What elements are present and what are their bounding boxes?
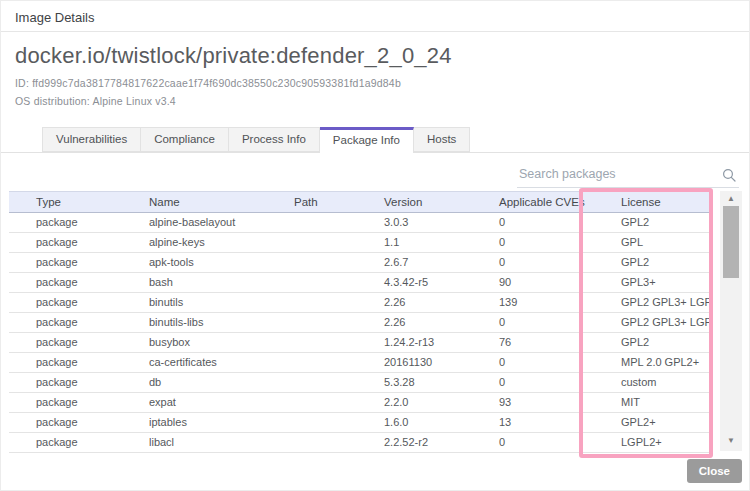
cell-name: libacl bbox=[141, 433, 286, 452]
cell-license: custom bbox=[613, 373, 713, 392]
cell-license: GPL bbox=[613, 233, 713, 252]
table-row[interactable]: package bash 4.3.42-r5 90 GPL3+ bbox=[9, 273, 713, 293]
cell-type: package bbox=[9, 253, 141, 272]
cell-version: 4.3.42-r5 bbox=[376, 273, 491, 292]
cell-version: 2.6.7 bbox=[376, 253, 491, 272]
table-row[interactable]: package iptables 1.6.0 13 GPL2+ bbox=[9, 413, 713, 433]
cell-applicable-cves: 13 bbox=[491, 413, 613, 432]
search-box bbox=[517, 163, 739, 188]
table-row[interactable]: package binutils 2.26 139 GPL2 GPL3+ LGP… bbox=[9, 293, 713, 313]
search-icon[interactable] bbox=[722, 168, 736, 182]
cell-name: alpine-keys bbox=[141, 233, 286, 252]
cell-license: LGPL2+ bbox=[613, 433, 713, 452]
image-name: docker.io/twistlock/private:defender_2_0… bbox=[15, 43, 452, 69]
cell-license: GPL2 GPL3+ LGPL2 BSD bbox=[613, 313, 713, 332]
scrollbar-thumb[interactable] bbox=[723, 206, 739, 278]
cell-name: alpine-baselayout bbox=[141, 213, 286, 232]
cell-applicable-cves: 0 bbox=[491, 353, 613, 372]
package-table: Type Name Path Version Applicable CVEs L… bbox=[9, 191, 713, 453]
column-header-license[interactable]: License bbox=[613, 192, 713, 212]
column-header-applicable-cves[interactable]: Applicable CVEs bbox=[491, 192, 613, 212]
image-id: ID: ffd999c7da3817784817622caae1f74f690d… bbox=[15, 77, 401, 89]
column-header-version[interactable]: Version bbox=[376, 192, 491, 212]
table-header-row: Type Name Path Version Applicable CVEs L… bbox=[9, 191, 713, 213]
cell-path bbox=[286, 373, 376, 392]
column-header-type[interactable]: Type bbox=[9, 192, 141, 212]
cell-type: package bbox=[9, 293, 141, 312]
cell-type: package bbox=[9, 213, 141, 232]
header-divider bbox=[1, 31, 750, 32]
cell-version: 2.2.52-r2 bbox=[376, 433, 491, 452]
cell-applicable-cves: 0 bbox=[491, 313, 613, 332]
cell-version: 1.24.2-r13 bbox=[376, 333, 491, 352]
cell-license: GPL2+ bbox=[613, 413, 713, 432]
cell-version: 2.2.0 bbox=[376, 393, 491, 412]
cell-type: package bbox=[9, 353, 141, 372]
column-header-path[interactable]: Path bbox=[286, 192, 376, 212]
cell-version: 1.1 bbox=[376, 233, 491, 252]
tab-vulnerabilities[interactable]: Vulnerabilities bbox=[42, 127, 141, 152]
cell-license: GPL2 GPL3+ LGPL2 BSD bbox=[613, 293, 713, 312]
table-row[interactable]: package alpine-baselayout 3.0.3 0 GPL2 bbox=[9, 213, 713, 233]
cell-type: package bbox=[9, 333, 141, 352]
cell-name: busybox bbox=[141, 333, 286, 352]
table-row[interactable]: package binutils-libs 2.26 0 GPL2 GPL3+ … bbox=[9, 313, 713, 333]
table-row[interactable]: package db 5.3.28 0 custom bbox=[9, 373, 713, 393]
cell-type: package bbox=[9, 233, 141, 252]
table-scrollbar[interactable]: ▲ ▼ bbox=[720, 191, 742, 451]
close-button[interactable]: Close bbox=[687, 459, 742, 483]
cell-applicable-cves: 0 bbox=[491, 233, 613, 252]
search-input[interactable] bbox=[517, 163, 739, 188]
cell-applicable-cves: 76 bbox=[491, 333, 613, 352]
cell-applicable-cves: 0 bbox=[491, 433, 613, 452]
cell-version: 3.0.3 bbox=[376, 213, 491, 232]
cell-type: package bbox=[9, 273, 141, 292]
scroll-up-icon[interactable]: ▲ bbox=[720, 192, 742, 206]
cell-version: 1.6.0 bbox=[376, 413, 491, 432]
cell-path bbox=[286, 213, 376, 232]
cell-name: db bbox=[141, 373, 286, 392]
modal-title: Image Details bbox=[15, 10, 94, 25]
cell-applicable-cves: 139 bbox=[491, 293, 613, 312]
cell-license: GPL2 bbox=[613, 213, 713, 232]
cell-applicable-cves: 90 bbox=[491, 273, 613, 292]
table-row[interactable]: package alpine-keys 1.1 0 GPL bbox=[9, 233, 713, 253]
cell-path bbox=[286, 353, 376, 372]
cell-path bbox=[286, 253, 376, 272]
cell-applicable-cves: 0 bbox=[491, 373, 613, 392]
cell-name: binutils-libs bbox=[141, 313, 286, 332]
scroll-down-icon[interactable]: ▼ bbox=[720, 434, 742, 448]
table-row[interactable]: package libacl 2.2.52-r2 0 LGPL2+ bbox=[9, 433, 713, 453]
cell-type: package bbox=[9, 373, 141, 392]
tab-process-info[interactable]: Process Info bbox=[229, 127, 320, 152]
tab-compliance[interactable]: Compliance bbox=[141, 127, 229, 152]
cell-name: binutils bbox=[141, 293, 286, 312]
cell-type: package bbox=[9, 393, 141, 412]
cell-type: package bbox=[9, 313, 141, 332]
cell-applicable-cves: 0 bbox=[491, 253, 613, 272]
cell-path bbox=[286, 313, 376, 332]
cell-applicable-cves: 0 bbox=[491, 213, 613, 232]
cell-applicable-cves: 93 bbox=[491, 393, 613, 412]
table-row[interactable]: package apk-tools 2.6.7 0 GPL2 bbox=[9, 253, 713, 273]
cell-name: bash bbox=[141, 273, 286, 292]
table-row[interactable]: package busybox 1.24.2-r13 76 GPL2 bbox=[9, 333, 713, 353]
cell-type: package bbox=[9, 413, 141, 432]
table-row[interactable]: package expat 2.2.0 93 MIT bbox=[9, 393, 713, 413]
cell-path bbox=[286, 273, 376, 292]
cell-version: 20161130 bbox=[376, 353, 491, 372]
tab-hosts[interactable]: Hosts bbox=[414, 127, 470, 152]
package-table-body: package alpine-baselayout 3.0.3 0 GPL2 p… bbox=[9, 213, 713, 453]
cell-version: 2.26 bbox=[376, 313, 491, 332]
cell-name: apk-tools bbox=[141, 253, 286, 272]
cell-path bbox=[286, 233, 376, 252]
tab-package-info[interactable]: Package Info bbox=[320, 127, 414, 153]
cell-path bbox=[286, 433, 376, 452]
tab-bar: Vulnerabilities Compliance Process Info … bbox=[42, 127, 470, 153]
cell-license: GPL2 bbox=[613, 253, 713, 272]
column-header-name[interactable]: Name bbox=[141, 192, 286, 212]
table-row[interactable]: package ca-certificates 20161130 0 MPL 2… bbox=[9, 353, 713, 373]
cell-type: package bbox=[9, 433, 141, 452]
cell-path bbox=[286, 413, 376, 432]
image-os-distribution: OS distribution: Alpine Linux v3.4 bbox=[15, 95, 176, 107]
